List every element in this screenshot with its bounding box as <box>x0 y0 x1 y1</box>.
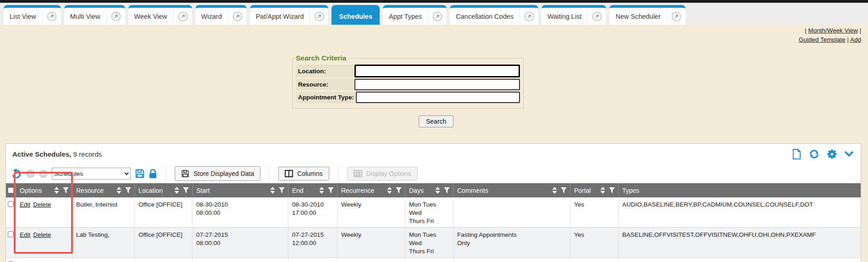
sort-icon[interactable] <box>174 187 179 194</box>
resource-input[interactable] <box>354 79 520 90</box>
open-in-new-icon[interactable] <box>520 8 538 25</box>
filter-icon[interactable] <box>561 187 567 193</box>
tab-label: Week View <box>128 8 173 25</box>
tab-new-scheduler[interactable]: New Scheduler <box>609 5 685 25</box>
recurrence-cell: Weekly <box>337 258 405 262</box>
tab-waiting-list[interactable]: Waiting List <box>542 5 606 25</box>
tab-pat-appt-wizard[interactable]: Pat/Appt Wizard <box>250 5 329 25</box>
open-in-new-icon[interactable] <box>228 8 247 25</box>
search-button[interactable]: Search <box>419 115 453 127</box>
collapse-chevron-icon[interactable] <box>845 151 853 157</box>
filter-icon[interactable] <box>396 187 402 193</box>
quick-links: | Month/Week View | Guided Template | Ad… <box>799 26 861 44</box>
types-cell: BASELINE,OFFVISITEST,OFFVISITNEW,OHFU,OH… <box>619 228 861 257</box>
filter-icon[interactable] <box>183 187 189 193</box>
open-in-new-icon[interactable] <box>428 8 447 25</box>
filter-icon[interactable] <box>279 187 285 193</box>
sort-icon[interactable] <box>270 187 275 194</box>
sort-icon[interactable] <box>319 187 324 194</box>
pipe: | <box>846 36 850 43</box>
filter-icon[interactable] <box>609 187 615 193</box>
prev-view-icon[interactable]: ‹ <box>26 169 35 178</box>
save-view-icon[interactable] <box>135 169 145 179</box>
column-header-options[interactable]: Options <box>16 183 72 197</box>
tab-label: Waiting List <box>542 8 587 25</box>
save-icon <box>181 169 189 178</box>
display-options-button: Display Options <box>347 167 418 180</box>
edit-link[interactable]: Edit <box>20 231 30 238</box>
tab-cancellation-codes[interactable]: Cancellation Codes <box>450 5 538 25</box>
appointment-type-input[interactable] <box>356 92 520 103</box>
end-cell: 08-30-2010 17:00:00 <box>288 197 337 227</box>
filter-icon[interactable] <box>444 187 450 193</box>
display-options-label: Display Options <box>366 170 411 177</box>
delete-link[interactable]: Delete <box>33 201 51 208</box>
column-header-portal[interactable]: Portal <box>570 183 619 197</box>
new-document-icon[interactable] <box>792 149 801 159</box>
end-cell: 07-27-2015 17:00:00 <box>288 258 337 262</box>
open-in-new-icon[interactable] <box>106 8 125 25</box>
column-header-days[interactable]: Days <box>405 183 453 197</box>
panel-title: Active Schedules, <box>12 150 71 158</box>
comments-cell <box>453 197 570 227</box>
open-in-new-icon[interactable] <box>587 8 606 25</box>
tab-list-view[interactable]: List View <box>4 5 61 25</box>
filter-icon[interactable] <box>328 187 334 193</box>
open-in-new-icon[interactable] <box>310 8 328 25</box>
column-header-resource[interactable]: Resource <box>72 183 135 197</box>
filter-icon[interactable] <box>63 187 69 193</box>
sort-icon[interactable] <box>54 187 59 194</box>
end-cell: 07-27-2015 12:00:00 <box>288 228 337 257</box>
start-cell: 08-30-2010 08:00:00 <box>193 197 288 227</box>
active-schedules-panel: Active Schedules, 9 records ‹ › Schedule… <box>6 143 861 262</box>
grid-toolbar: ‹ › Schedules Store Displayed Data Colum… <box>6 164 861 183</box>
days-cell: Mon Tues Wed Thurs Fri <box>405 228 453 257</box>
next-view-icon[interactable]: › <box>39 169 48 178</box>
delete-link[interactable]: Delete <box>33 231 51 238</box>
location-cell: Office [OFFICE] <box>135 258 193 262</box>
column-header-types[interactable]: Types <box>619 183 861 197</box>
column-header-comments[interactable]: Comments <box>453 183 570 197</box>
view-select[interactable]: Schedules <box>52 168 131 180</box>
tab-appt-types[interactable]: Appt Types <box>383 5 447 25</box>
store-displayed-data-button[interactable]: Store Displayed Data <box>175 166 260 181</box>
toolbar-divider <box>166 166 166 181</box>
tab-multi-view[interactable]: Multi View <box>64 5 125 25</box>
start-cell: 07-27-2015 08:00:00 <box>193 228 288 257</box>
table-row: EditDelete Nurse, Office [OFFICE] 07-27-… <box>6 258 861 262</box>
column-header-start[interactable]: Start <box>193 183 288 197</box>
table-header-row: Options Resource Location Start End Recu… <box>6 183 861 197</box>
tab-week-view[interactable]: Week View <box>128 5 192 25</box>
edit-link[interactable]: Edit <box>20 201 30 208</box>
month-week-view-link[interactable]: Month/Week View <box>808 27 857 34</box>
sort-icon[interactable] <box>435 187 440 194</box>
tab-schedules-active[interactable]: Schedules <box>332 5 380 25</box>
sort-icon[interactable] <box>387 187 392 194</box>
display-options-icon <box>354 170 362 177</box>
open-in-new-icon[interactable] <box>667 8 686 25</box>
guided-template-link[interactable]: Guided Template <box>799 36 846 43</box>
lock-icon[interactable] <box>149 169 157 179</box>
sort-icon[interactable] <box>552 187 557 194</box>
filter-icon[interactable] <box>125 187 131 193</box>
days-cell: Mon Tues Wed Thurs Fri <box>405 197 453 227</box>
row-checkbox[interactable] <box>8 231 14 237</box>
types-cell: AUDIO,BASELINE,BERY,BP,CADMIUM,COUNSEL,C… <box>619 258 861 262</box>
column-header-location[interactable]: Location <box>135 183 193 197</box>
refresh-icon[interactable] <box>809 149 819 159</box>
undo-icon[interactable] <box>11 168 22 179</box>
open-in-new-icon[interactable] <box>173 8 192 25</box>
gear-icon[interactable] <box>827 149 837 159</box>
sort-icon[interactable] <box>116 187 122 194</box>
row-checkbox[interactable] <box>8 201 14 207</box>
tab-wizard[interactable]: Wizard <box>195 5 247 25</box>
open-in-new-icon[interactable] <box>42 8 61 25</box>
add-link[interactable]: Add <box>850 36 861 43</box>
sort-icon[interactable] <box>600 187 605 194</box>
location-input[interactable] <box>354 65 520 77</box>
column-header-recurrence[interactable]: Recurrence <box>337 183 405 197</box>
column-header-end[interactable]: End <box>288 183 337 197</box>
recurrence-cell: Weekly <box>337 228 405 257</box>
select-all-checkbox[interactable] <box>8 187 14 193</box>
columns-button[interactable]: Columns <box>278 167 329 180</box>
